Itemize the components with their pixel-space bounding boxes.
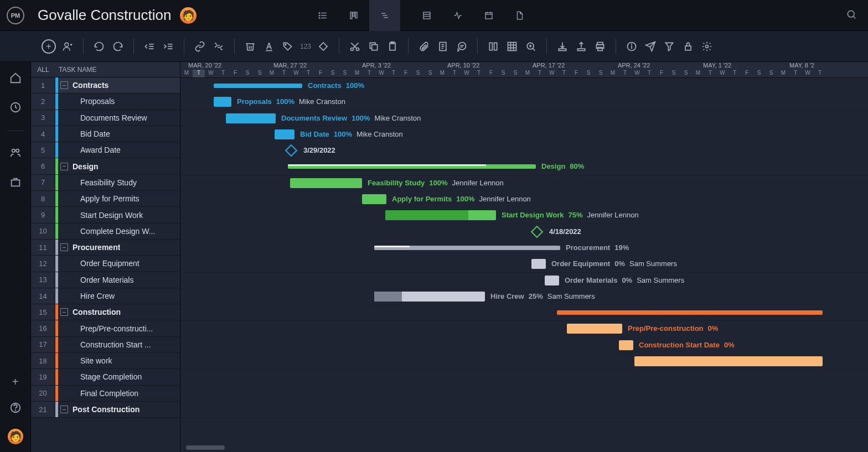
unlink-icon[interactable] <box>210 38 228 55</box>
summary-bar[interactable] <box>288 164 536 169</box>
sheet-view-icon[interactable] <box>411 0 442 31</box>
collapse-toggle[interactable]: − <box>60 406 68 413</box>
summary-bar[interactable] <box>214 84 302 88</box>
task-bar[interactable] <box>290 178 362 188</box>
lock-icon[interactable] <box>679 38 697 55</box>
text-style-icon[interactable] <box>260 38 278 55</box>
project-avatar[interactable]: 🧑 <box>180 7 197 24</box>
comment-icon[interactable] <box>453 38 471 55</box>
task-row[interactable]: 5Award Date <box>31 142 180 158</box>
redo-icon[interactable] <box>109 38 127 55</box>
task-row[interactable]: 1−Contracts <box>31 77 180 93</box>
filter-icon[interactable] <box>660 38 678 55</box>
undo-icon[interactable] <box>90 38 108 55</box>
milestone-marker[interactable] <box>531 225 544 238</box>
trash-icon[interactable] <box>241 38 259 55</box>
gantt-view-icon[interactable] <box>369 0 400 31</box>
add-user-icon[interactable] <box>59 38 76 55</box>
task-bar[interactable] <box>567 324 622 334</box>
add-task-icon[interactable]: + <box>40 38 58 55</box>
paste-icon[interactable] <box>384 38 401 55</box>
notes-icon[interactable] <box>434 38 452 55</box>
user-avatar[interactable]: 🧑 <box>8 429 23 444</box>
board-view-icon[interactable] <box>338 0 369 31</box>
help-icon[interactable] <box>9 402 22 415</box>
task-bar[interactable] <box>385 210 496 220</box>
activity-view-icon[interactable] <box>442 0 473 31</box>
task-bar[interactable] <box>545 276 559 285</box>
task-bar[interactable] <box>634 356 823 366</box>
file-view-icon[interactable] <box>504 0 535 31</box>
task-row[interactable]: 14Hire Crew <box>31 288 180 304</box>
task-bar[interactable] <box>374 292 485 302</box>
outdent-icon[interactable] <box>141 38 158 55</box>
list-view-icon[interactable] <box>307 0 338 31</box>
task-row[interactable]: 7Feasibility Study <box>31 175 180 191</box>
task-row[interactable]: 15−Construction <box>31 304 180 320</box>
task-bar[interactable] <box>362 194 386 204</box>
columns-icon[interactable] <box>484 38 502 55</box>
task-row[interactable]: 4Bid Date <box>31 126 180 142</box>
task-bar[interactable] <box>275 129 294 139</box>
milestone-marker[interactable] <box>285 144 298 157</box>
copy-icon[interactable] <box>365 38 383 55</box>
task-row[interactable]: 12Order Equipment <box>31 256 180 272</box>
task-row[interactable]: 6−Design <box>31 158 180 174</box>
home-icon[interactable] <box>9 72 22 86</box>
collapse-toggle[interactable]: − <box>60 163 68 170</box>
row-number: 10 <box>31 224 55 239</box>
settings-icon[interactable] <box>698 38 716 55</box>
task-row[interactable]: 20Final Completion <box>31 386 180 402</box>
task-bar[interactable] <box>531 259 546 269</box>
attachment-icon[interactable] <box>415 38 433 55</box>
task-row[interactable]: 11−Procurement <box>31 240 180 256</box>
gantt-body[interactable]: Contracts100%Proposals100%Mike CranstonD… <box>180 78 868 452</box>
app-logo[interactable]: PM <box>7 7 24 24</box>
send-icon[interactable] <box>642 38 659 55</box>
task-row[interactable]: 13Order Materials <box>31 272 180 288</box>
task-bar[interactable] <box>619 340 633 350</box>
task-name: Documents Review <box>58 113 147 122</box>
tag-icon[interactable] <box>279 38 297 55</box>
summary-bar[interactable] <box>374 246 560 250</box>
day-cell: W <box>546 70 558 77</box>
day-cell: S <box>254 70 266 77</box>
cut-icon[interactable] <box>346 38 364 55</box>
task-bar[interactable] <box>226 113 276 123</box>
horizontal-scrollbar[interactable] <box>186 445 225 450</box>
export-icon[interactable] <box>572 38 590 55</box>
add-icon[interactable]: + <box>12 376 19 388</box>
task-row[interactable]: 3Documents Review <box>31 110 180 126</box>
team-icon[interactable] <box>9 147 22 160</box>
task-row[interactable]: 16Prep/Pre-constructi... <box>31 320 180 336</box>
briefcase-icon[interactable] <box>9 176 22 190</box>
print-icon[interactable] <box>591 38 609 55</box>
indent-icon[interactable] <box>159 38 177 55</box>
task-row[interactable]: 17Construction Start ... <box>31 337 180 353</box>
task-bar[interactable] <box>214 97 231 107</box>
collapse-toggle[interactable]: − <box>60 243 68 251</box>
all-column-header[interactable]: ALL <box>31 66 55 74</box>
clock-icon[interactable] <box>9 101 22 115</box>
link-icon[interactable] <box>191 38 209 55</box>
collapse-toggle[interactable]: − <box>60 81 68 89</box>
summary-bar[interactable] <box>557 310 823 315</box>
import-icon[interactable] <box>554 38 571 55</box>
priority-icon[interactable] <box>314 38 332 55</box>
info-icon[interactable] <box>623 38 640 55</box>
search-icon[interactable] <box>846 9 857 22</box>
zoom-icon[interactable] <box>522 38 540 55</box>
task-row[interactable]: 10Complete Design W... <box>31 224 180 240</box>
task-row[interactable]: 2Proposals <box>31 93 180 110</box>
task-row[interactable]: 19Stage Completion <box>31 369 180 385</box>
calendar-view-icon[interactable] <box>473 0 504 31</box>
name-column-header[interactable]: TASK NAME <box>55 66 96 74</box>
bar-label: Prep/Pre-construction0% <box>628 324 718 332</box>
task-row[interactable]: 9Start Design Work <box>31 207 180 223</box>
task-row[interactable]: 8Apply for Permits <box>31 191 180 207</box>
task-row[interactable]: 18Site work <box>31 353 180 369</box>
task-row[interactable]: 21−Post Construction <box>31 402 180 418</box>
day-cell: T <box>363 70 375 77</box>
grid-icon[interactable] <box>503 38 521 55</box>
collapse-toggle[interactable]: − <box>60 308 68 316</box>
